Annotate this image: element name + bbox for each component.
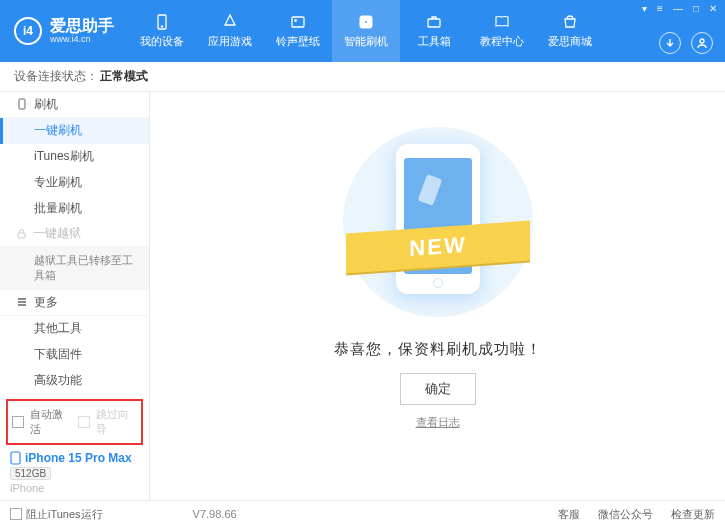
footer-link-wechat[interactable]: 微信公众号 [598, 507, 653, 522]
device-info[interactable]: iPhone 15 Pro Max 512GB iPhone [0, 445, 149, 500]
nav-my-device[interactable]: 我的设备 [128, 0, 196, 62]
store-icon [561, 13, 579, 31]
nav-apps[interactable]: 应用游戏 [196, 0, 264, 62]
connection-status: 设备连接状态： 正常模式 [0, 62, 725, 92]
success-illustration: NEW [328, 122, 548, 322]
flash-icon [357, 13, 375, 31]
nav-tutorial[interactable]: 教程中心 [468, 0, 536, 62]
sidebar-item-download-firmware[interactable]: 下载固件 [0, 341, 149, 367]
device-name: iPhone 15 Pro Max [25, 451, 132, 465]
svg-point-1 [161, 26, 163, 28]
svg-rect-8 [18, 233, 25, 238]
nav-store[interactable]: 爱思商城 [536, 0, 604, 62]
phone-icon [10, 451, 21, 465]
nav-flash[interactable]: 智能刷机 [332, 0, 400, 62]
svg-rect-5 [428, 19, 440, 27]
minimize-icon[interactable]: — [671, 3, 685, 14]
device-icon [153, 13, 171, 31]
sidebar-item-batch-flash[interactable]: 批量刷机 [0, 195, 149, 221]
top-nav: 我的设备 应用游戏 铃声壁纸 智能刷机 工具箱 教程中心 爱思商城 [128, 0, 725, 62]
logo[interactable]: i4 爱思助手 www.i4.cn [0, 0, 128, 62]
more-icon [16, 296, 28, 308]
list-icon[interactable]: ≡ [655, 3, 665, 14]
footer-link-update[interactable]: 检查更新 [671, 507, 715, 522]
confirm-button[interactable]: 确定 [400, 373, 476, 405]
sidebar-group-more[interactable]: 更多 [0, 290, 149, 316]
footer-link-support[interactable]: 客服 [558, 507, 580, 522]
sidebar-item-itunes-flash[interactable]: iTunes刷机 [0, 144, 149, 170]
success-message: 恭喜您，保资料刷机成功啦！ [334, 340, 542, 359]
sidebar: 刷机 一键刷机 iTunes刷机 专业刷机 批量刷机 一键越狱 越狱工具已转移至… [0, 92, 150, 500]
auto-activate-checkbox[interactable] [12, 416, 24, 428]
status-label: 设备连接状态： [14, 68, 98, 85]
lock-icon [16, 228, 27, 239]
image-icon [289, 13, 307, 31]
status-value: 正常模式 [100, 68, 148, 85]
flash-group-icon [16, 98, 28, 110]
skip-guide-label: 跳过向导 [96, 407, 138, 437]
nav-ringtone[interactable]: 铃声壁纸 [264, 0, 332, 62]
phone-graphic [396, 144, 480, 294]
svg-rect-2 [292, 17, 304, 27]
toolbox-icon [425, 13, 443, 31]
app-name: 爱思助手 [50, 18, 114, 34]
app-header: i4 爱思助手 www.i4.cn 我的设备 应用游戏 铃声壁纸 智能刷机 工具… [0, 0, 725, 62]
options-row-highlighted: 自动激活 跳过向导 [6, 399, 143, 445]
auto-activate-label: 自动激活 [30, 407, 72, 437]
download-button[interactable] [659, 32, 681, 54]
sidebar-item-pro-flash[interactable]: 专业刷机 [0, 169, 149, 195]
svg-rect-9 [11, 452, 20, 464]
window-controls: ▾ ≡ — □ ✕ [640, 3, 719, 14]
logo-icon: i4 [14, 17, 42, 45]
sidebar-item-other-tools[interactable]: 其他工具 [0, 316, 149, 342]
sidebar-item-onekey-flash[interactable]: 一键刷机 [0, 118, 149, 144]
maximize-icon[interactable]: □ [691, 3, 701, 14]
close-icon[interactable]: ✕ [707, 3, 719, 14]
svg-point-3 [295, 20, 297, 22]
apps-icon [221, 13, 239, 31]
svg-point-6 [700, 39, 704, 43]
block-itunes-checkbox[interactable] [10, 508, 22, 520]
svg-rect-7 [19, 99, 25, 109]
skip-guide-checkbox[interactable] [78, 416, 90, 428]
user-button[interactable] [691, 32, 713, 54]
nav-toolbox[interactable]: 工具箱 [400, 0, 468, 62]
sidebar-item-advanced[interactable]: 高级功能 [0, 367, 149, 393]
sidebar-group-flash[interactable]: 刷机 [0, 92, 149, 118]
app-url: www.i4.cn [50, 34, 114, 44]
main-content: NEW 恭喜您，保资料刷机成功啦！ 确定 查看日志 [150, 92, 725, 500]
book-icon [493, 13, 511, 31]
device-storage: 512GB [10, 467, 51, 480]
sidebar-group-jailbreak: 一键越狱 [0, 221, 149, 247]
block-itunes-label: 阻止iTunes运行 [26, 507, 103, 522]
footer: 阻止iTunes运行 V7.98.66 客服 微信公众号 检查更新 [0, 500, 725, 527]
version-label: V7.98.66 [193, 508, 237, 520]
jailbreak-moved-notice: 越狱工具已转移至工具箱 [0, 247, 149, 290]
device-type: iPhone [10, 482, 139, 494]
view-log-link[interactable]: 查看日志 [416, 415, 460, 430]
menu-icon[interactable]: ▾ [640, 3, 649, 14]
